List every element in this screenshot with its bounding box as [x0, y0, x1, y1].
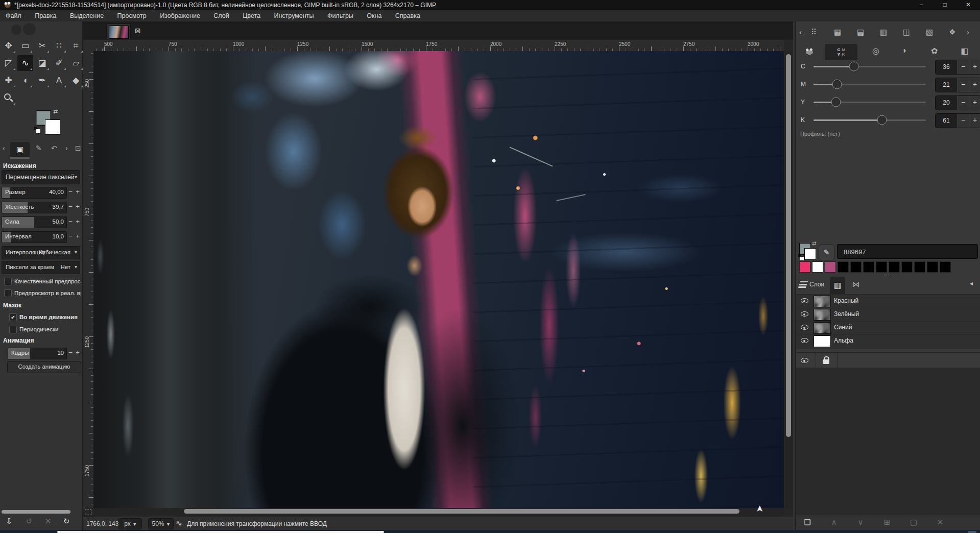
raise-channel-icon[interactable]: ∧ — [828, 518, 840, 527]
tool-crop[interactable]: ⌗ — [68, 38, 84, 54]
frames-slider[interactable]: Кадры 10 − + — [6, 348, 82, 359]
menu-view[interactable]: Просмотр — [112, 10, 152, 21]
collapse-panel-icon[interactable]: ◂ — [970, 280, 973, 287]
vertical-scrollbar-thumb[interactable] — [786, 54, 791, 437]
panel-resize-handle[interactable]: ⋯ — [884, 272, 890, 278]
visibility-eye-icon[interactable] — [801, 297, 809, 304]
new-channel-icon[interactable]: ❏ — [801, 518, 814, 527]
tab-patterns[interactable]: ▦ — [834, 28, 841, 37]
menu-colors[interactable]: Цвета — [237, 10, 266, 21]
minus-icon[interactable]: − — [957, 78, 969, 92]
palette-swatch[interactable] — [850, 261, 862, 273]
tab-device-status[interactable]: ✎ — [36, 144, 42, 152]
warp-behavior-dropdown[interactable]: Перемещение пикселей ▾ — [2, 170, 80, 184]
tab-scales[interactable]: ◧ — [961, 46, 968, 56]
minus-icon[interactable]: − — [957, 96, 969, 110]
tab-layers[interactable]: Слои — [799, 277, 824, 292]
palette-swatch[interactable] — [901, 261, 913, 273]
plus-icon[interactable]: + — [75, 203, 81, 210]
palette-swatch[interactable] — [812, 261, 823, 273]
horizontal-ruler[interactable]: 500 750 1000 1250 1500 1750 2000 2250 25… — [93, 40, 784, 52]
palette-swatch[interactable] — [838, 261, 849, 273]
plus-icon[interactable]: + — [75, 188, 81, 196]
horizontal-scrollbar[interactable] — [93, 508, 784, 515]
tab-undo-history[interactable]: ↶ — [51, 144, 57, 152]
minus-icon[interactable]: − — [957, 114, 969, 128]
interpolation-dropdown[interactable]: Интерполяция Кубическая ▾ — [2, 246, 80, 259]
close-button[interactable]: ✕ — [957, 0, 980, 10]
tab-images[interactable]: ◫ — [903, 28, 910, 37]
menu-help[interactable]: Справка — [390, 10, 426, 21]
channel-row-blue[interactable]: Синий — [796, 321, 980, 335]
unit-dropdown[interactable]: px▾ — [118, 518, 142, 529]
canvas-image[interactable] — [93, 51, 784, 508]
plus-icon[interactable]: + — [969, 78, 980, 92]
strength-slider[interactable]: Сила 50,0 − + — [0, 216, 82, 228]
palette-swatch[interactable] — [863, 261, 874, 273]
vertical-ruler[interactable]: 250 750 1250 1750 — [83, 51, 94, 508]
cyan-slider[interactable] — [814, 66, 926, 67]
duplicate-channel-icon[interactable]: ⊞ — [881, 518, 893, 527]
minus-icon[interactable]: − — [957, 60, 969, 74]
black-value[interactable]: 61 — [936, 114, 957, 128]
zoom-dropdown[interactable]: 50%▾ — [148, 518, 174, 529]
menu-windows[interactable]: Окна — [361, 10, 387, 21]
channel-row-red[interactable]: Красный — [796, 295, 980, 308]
navigation-arrow-icon[interactable]: ➤ — [754, 505, 765, 512]
tool-scissors-select[interactable]: ✂ — [34, 38, 50, 54]
menu-file[interactable]: Файл — [0, 10, 27, 21]
minus-icon[interactable]: − — [67, 188, 74, 196]
reset-tool-options-icon[interactable]: ↻ — [61, 517, 71, 526]
size-slider[interactable]: Размер 40,00 − + — [0, 187, 82, 199]
palette-swatch[interactable] — [889, 261, 900, 273]
slider-knob[interactable] — [831, 98, 841, 107]
slider-knob[interactable] — [849, 62, 859, 71]
menu-tools[interactable]: Инструменты — [268, 10, 319, 21]
dock-menu-icon[interactable]: ⊡ — [75, 144, 81, 152]
tool-smudge[interactable]: ◖ — [17, 72, 33, 88]
yellow-slider[interactable] — [814, 102, 926, 103]
tool-warp-transform[interactable]: ∿ — [17, 55, 33, 71]
create-animation-button[interactable]: Создать анимацию — [7, 361, 81, 373]
minimize-button[interactable]: – — [910, 0, 933, 10]
restore-tool-options-icon[interactable]: ↺ — [24, 517, 34, 526]
tool-fuzzy-select[interactable]: ∷ — [51, 38, 67, 54]
minus-icon[interactable]: − — [67, 217, 74, 225]
tab-brushes[interactable]: ⠿ — [811, 28, 817, 37]
visibility-eye-icon[interactable] — [801, 310, 809, 318]
hardness-slider[interactable]: Жёсткость 39,7 − + — [0, 202, 82, 213]
tab-tool-options[interactable]: ▣ — [10, 142, 30, 157]
tab-gradients[interactable]: ▧ — [926, 28, 933, 37]
palette-swatch[interactable] — [799, 261, 810, 273]
dock-next-icon[interactable]: › — [65, 144, 68, 152]
plus-icon[interactable]: + — [75, 232, 81, 240]
tab-watercolor[interactable]: ◎ — [872, 46, 879, 56]
stroke-during-motion-checkbox[interactable]: ✔ Во время движения — [0, 313, 81, 322]
dockbar-next-icon[interactable]: › — [967, 28, 969, 36]
menu-layer[interactable]: Слой — [208, 10, 234, 21]
maximize-button[interactable]: □ — [933, 0, 957, 10]
plus-icon[interactable]: + — [75, 217, 81, 225]
tab-channels[interactable]: ▥ — [830, 277, 845, 295]
quick-mask-toggle-icon[interactable] — [85, 510, 91, 515]
menu-filters[interactable]: Фильтры — [322, 10, 359, 21]
abyss-policy-dropdown[interactable]: Пиксели за краем Нет ▾ — [2, 261, 80, 274]
cyan-value[interactable]: 36 — [936, 60, 957, 74]
swap-colors-icon[interactable]: ⇄ — [812, 240, 816, 246]
quality-preview-checkbox[interactable]: ✔ Качественный предпросмотр — [0, 277, 81, 286]
tool-text[interactable]: A — [51, 72, 67, 88]
tool-zoom[interactable] — [1, 90, 16, 106]
minus-icon[interactable]: − — [67, 349, 74, 356]
palette-swatch[interactable] — [940, 261, 951, 273]
magenta-slider[interactable] — [814, 84, 926, 85]
spacing-slider[interactable]: Интервал 10,0 − + — [0, 231, 82, 243]
plus-icon[interactable]: + — [969, 114, 980, 128]
edit-color-button[interactable]: ✎ — [819, 245, 834, 260]
channel-row-alpha[interactable]: Альфа — [796, 334, 980, 348]
palette-swatch[interactable] — [876, 261, 887, 273]
minus-icon[interactable]: − — [67, 203, 74, 210]
tab-tool-presets[interactable]: ❖ — [949, 28, 955, 37]
swap-colors-icon[interactable]: ⇄ — [53, 108, 58, 115]
tab-paths[interactable]: ⋈ — [847, 277, 865, 292]
tab-close-icon[interactable]: ⊠ — [135, 27, 141, 35]
